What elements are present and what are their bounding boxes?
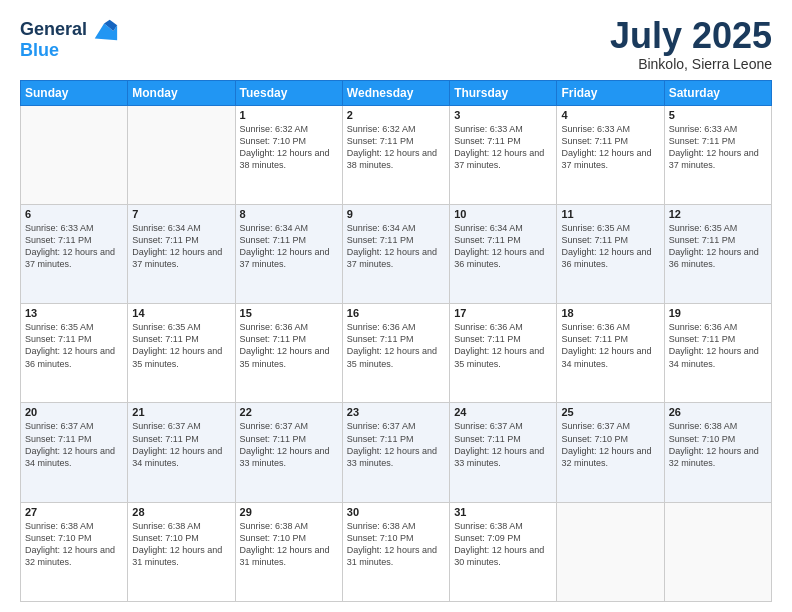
day-info: Sunrise: 6:32 AM Sunset: 7:11 PM Dayligh… [347,123,445,172]
day-number: 2 [347,109,445,121]
weekday-header: Monday [128,80,235,105]
day-info: Sunrise: 6:33 AM Sunset: 7:11 PM Dayligh… [454,123,552,172]
calendar-cell: 29Sunrise: 6:38 AM Sunset: 7:10 PM Dayli… [235,502,342,601]
calendar-cell: 21Sunrise: 6:37 AM Sunset: 7:11 PM Dayli… [128,403,235,502]
logo-text: General [20,20,87,40]
calendar-cell: 12Sunrise: 6:35 AM Sunset: 7:11 PM Dayli… [664,204,771,303]
day-info: Sunrise: 6:38 AM Sunset: 7:10 PM Dayligh… [240,520,338,569]
calendar-header-row: SundayMondayTuesdayWednesdayThursdayFrid… [21,80,772,105]
calendar-cell: 13Sunrise: 6:35 AM Sunset: 7:11 PM Dayli… [21,304,128,403]
calendar-cell: 9Sunrise: 6:34 AM Sunset: 7:11 PM Daylig… [342,204,449,303]
calendar-cell: 22Sunrise: 6:37 AM Sunset: 7:11 PM Dayli… [235,403,342,502]
calendar-cell: 3Sunrise: 6:33 AM Sunset: 7:11 PM Daylig… [450,105,557,204]
weekday-header: Wednesday [342,80,449,105]
calendar-cell: 15Sunrise: 6:36 AM Sunset: 7:11 PM Dayli… [235,304,342,403]
location: Binkolo, Sierra Leone [610,56,772,72]
day-number: 18 [561,307,659,319]
day-info: Sunrise: 6:33 AM Sunset: 7:11 PM Dayligh… [561,123,659,172]
day-info: Sunrise: 6:35 AM Sunset: 7:11 PM Dayligh… [132,321,230,370]
day-info: Sunrise: 6:35 AM Sunset: 7:11 PM Dayligh… [561,222,659,271]
day-info: Sunrise: 6:33 AM Sunset: 7:11 PM Dayligh… [25,222,123,271]
calendar-cell: 10Sunrise: 6:34 AM Sunset: 7:11 PM Dayli… [450,204,557,303]
calendar-week-row: 13Sunrise: 6:35 AM Sunset: 7:11 PM Dayli… [21,304,772,403]
day-info: Sunrise: 6:36 AM Sunset: 7:11 PM Dayligh… [454,321,552,370]
day-info: Sunrise: 6:36 AM Sunset: 7:11 PM Dayligh… [347,321,445,370]
day-number: 10 [454,208,552,220]
day-number: 7 [132,208,230,220]
month-title: July 2025 [610,16,772,56]
calendar-cell [664,502,771,601]
day-number: 26 [669,406,767,418]
calendar-cell: 31Sunrise: 6:38 AM Sunset: 7:09 PM Dayli… [450,502,557,601]
day-info: Sunrise: 6:33 AM Sunset: 7:11 PM Dayligh… [669,123,767,172]
day-number: 15 [240,307,338,319]
day-info: Sunrise: 6:37 AM Sunset: 7:10 PM Dayligh… [561,420,659,469]
calendar-cell: 18Sunrise: 6:36 AM Sunset: 7:11 PM Dayli… [557,304,664,403]
calendar-cell: 8Sunrise: 6:34 AM Sunset: 7:11 PM Daylig… [235,204,342,303]
day-number: 31 [454,506,552,518]
calendar-cell: 5Sunrise: 6:33 AM Sunset: 7:11 PM Daylig… [664,105,771,204]
day-info: Sunrise: 6:38 AM Sunset: 7:09 PM Dayligh… [454,520,552,569]
calendar-cell: 4Sunrise: 6:33 AM Sunset: 7:11 PM Daylig… [557,105,664,204]
weekday-header: Saturday [664,80,771,105]
calendar-cell: 24Sunrise: 6:37 AM Sunset: 7:11 PM Dayli… [450,403,557,502]
calendar-cell: 2Sunrise: 6:32 AM Sunset: 7:11 PM Daylig… [342,105,449,204]
weekday-header: Thursday [450,80,557,105]
calendar-cell: 17Sunrise: 6:36 AM Sunset: 7:11 PM Dayli… [450,304,557,403]
day-number: 24 [454,406,552,418]
day-info: Sunrise: 6:37 AM Sunset: 7:11 PM Dayligh… [25,420,123,469]
day-info: Sunrise: 6:36 AM Sunset: 7:11 PM Dayligh… [240,321,338,370]
weekday-header: Sunday [21,80,128,105]
day-number: 21 [132,406,230,418]
calendar-week-row: 20Sunrise: 6:37 AM Sunset: 7:11 PM Dayli… [21,403,772,502]
day-info: Sunrise: 6:37 AM Sunset: 7:11 PM Dayligh… [240,420,338,469]
calendar-cell: 25Sunrise: 6:37 AM Sunset: 7:10 PM Dayli… [557,403,664,502]
calendar-cell: 1Sunrise: 6:32 AM Sunset: 7:10 PM Daylig… [235,105,342,204]
calendar-cell: 16Sunrise: 6:36 AM Sunset: 7:11 PM Dayli… [342,304,449,403]
calendar-cell [557,502,664,601]
day-number: 8 [240,208,338,220]
calendar-cell: 23Sunrise: 6:37 AM Sunset: 7:11 PM Dayli… [342,403,449,502]
day-info: Sunrise: 6:34 AM Sunset: 7:11 PM Dayligh… [347,222,445,271]
day-number: 5 [669,109,767,121]
calendar-week-row: 1Sunrise: 6:32 AM Sunset: 7:10 PM Daylig… [21,105,772,204]
day-number: 23 [347,406,445,418]
day-number: 20 [25,406,123,418]
day-info: Sunrise: 6:36 AM Sunset: 7:11 PM Dayligh… [561,321,659,370]
day-number: 16 [347,307,445,319]
day-number: 6 [25,208,123,220]
page: General Blue July 2025 Binkolo, Sierra L… [0,0,792,612]
day-number: 19 [669,307,767,319]
day-number: 14 [132,307,230,319]
logo: General Blue [20,16,119,61]
day-info: Sunrise: 6:38 AM Sunset: 7:10 PM Dayligh… [25,520,123,569]
day-number: 1 [240,109,338,121]
calendar-table: SundayMondayTuesdayWednesdayThursdayFrid… [20,80,772,602]
calendar-cell: 14Sunrise: 6:35 AM Sunset: 7:11 PM Dayli… [128,304,235,403]
day-number: 30 [347,506,445,518]
day-number: 11 [561,208,659,220]
calendar-week-row: 6Sunrise: 6:33 AM Sunset: 7:11 PM Daylig… [21,204,772,303]
day-info: Sunrise: 6:35 AM Sunset: 7:11 PM Dayligh… [25,321,123,370]
calendar-cell: 20Sunrise: 6:37 AM Sunset: 7:11 PM Dayli… [21,403,128,502]
day-info: Sunrise: 6:34 AM Sunset: 7:11 PM Dayligh… [132,222,230,271]
day-info: Sunrise: 6:37 AM Sunset: 7:11 PM Dayligh… [132,420,230,469]
day-number: 4 [561,109,659,121]
header: General Blue July 2025 Binkolo, Sierra L… [20,16,772,72]
calendar-cell: 7Sunrise: 6:34 AM Sunset: 7:11 PM Daylig… [128,204,235,303]
day-number: 28 [132,506,230,518]
day-number: 27 [25,506,123,518]
day-number: 17 [454,307,552,319]
weekday-header: Friday [557,80,664,105]
day-info: Sunrise: 6:34 AM Sunset: 7:11 PM Dayligh… [240,222,338,271]
day-info: Sunrise: 6:38 AM Sunset: 7:10 PM Dayligh… [669,420,767,469]
calendar-cell: 26Sunrise: 6:38 AM Sunset: 7:10 PM Dayli… [664,403,771,502]
calendar-cell: 6Sunrise: 6:33 AM Sunset: 7:11 PM Daylig… [21,204,128,303]
logo-icon [91,16,119,44]
title-block: July 2025 Binkolo, Sierra Leone [610,16,772,72]
calendar-cell: 11Sunrise: 6:35 AM Sunset: 7:11 PM Dayli… [557,204,664,303]
weekday-header: Tuesday [235,80,342,105]
day-info: Sunrise: 6:37 AM Sunset: 7:11 PM Dayligh… [454,420,552,469]
calendar-cell [21,105,128,204]
day-number: 12 [669,208,767,220]
